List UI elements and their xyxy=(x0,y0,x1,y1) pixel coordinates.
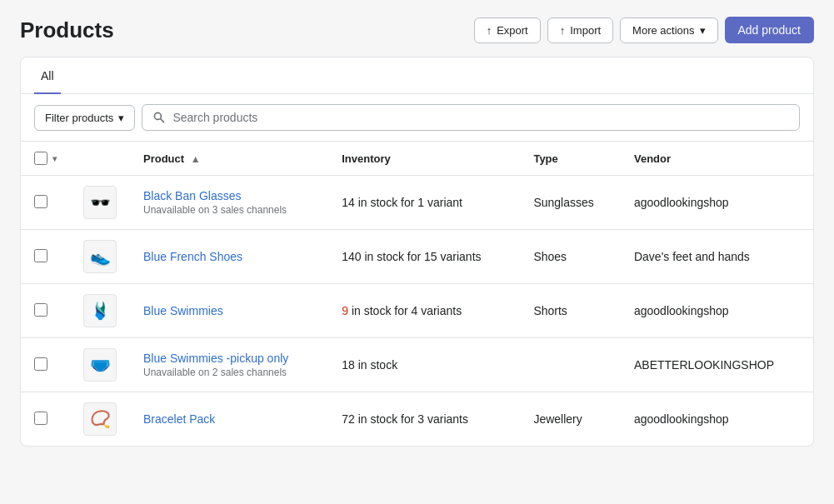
products-table: ▾ Product ▲ Inventory Type Vendor 🕶️Blac… xyxy=(21,142,813,446)
product-vendor: agoodlookingshop xyxy=(621,284,813,338)
product-inventory: 14 in stock for 1 variant xyxy=(328,176,520,230)
product-thumbnail: 🩲 xyxy=(83,348,117,382)
product-inventory: 140 in stock for 15 variants xyxy=(328,230,520,284)
th-image xyxy=(70,142,130,176)
import-icon: ↑ xyxy=(560,24,566,37)
th-inventory: Inventory xyxy=(328,142,520,176)
th-type: Type xyxy=(520,142,621,176)
table-row: 🩲Blue Swimmies -pickup onlyUnavailable o… xyxy=(21,338,813,392)
th-vendor: Vendor xyxy=(621,142,813,176)
filter-products-button[interactable]: Filter products ▾ xyxy=(34,105,135,131)
product-vendor: agoodlookingshop xyxy=(621,392,813,447)
product-name-link[interactable]: Black Ban Glasses xyxy=(143,189,242,202)
row-checkbox[interactable] xyxy=(34,357,47,371)
product-inventory: 9 in stock for 4 variants xyxy=(328,284,520,338)
table-row: 👟Blue French Shoes140 in stock for 15 va… xyxy=(21,230,813,284)
product-type: Shoes xyxy=(520,230,621,284)
filters-row: Filter products ▾ xyxy=(21,94,813,142)
more-actions-label: More actions xyxy=(632,24,694,37)
product-sub: Unavailable on 3 sales channels xyxy=(143,204,315,216)
row-checkbox[interactable] xyxy=(34,195,47,208)
chevron-down-icon: ▾ xyxy=(118,112,124,124)
product-name-link[interactable]: Bracelet Pack xyxy=(143,412,215,426)
product-inventory: 72 in stock for 3 variants xyxy=(328,392,520,447)
select-dropdown-arrow[interactable]: ▾ xyxy=(52,154,57,163)
search-wrapper xyxy=(142,104,800,131)
product-vendor: agoodlookingshop xyxy=(621,176,813,230)
more-actions-button[interactable]: More actions ▾ xyxy=(620,17,717,43)
tab-all[interactable]: All xyxy=(34,57,61,94)
select-all-checkbox[interactable] xyxy=(34,152,47,165)
select-all-checkbox-wrapper: ▾ xyxy=(34,152,57,165)
product-vendor: Dave's feet and hands xyxy=(621,230,813,284)
add-product-button[interactable]: Add product xyxy=(725,17,815,43)
product-thumbnail: 🩱 xyxy=(83,294,117,327)
tabs-row: All xyxy=(21,57,813,94)
search-input[interactable] xyxy=(172,111,789,124)
product-name-link[interactable]: Blue Swimmies xyxy=(143,304,223,317)
table-row: 🩱Blue Swimmies9 in stock for 4 variantsS… xyxy=(21,284,813,338)
row-checkbox[interactable] xyxy=(34,249,47,262)
product-thumbnail: 🕶️ xyxy=(83,186,117,219)
product-sub: Unavailable on 2 sales channels xyxy=(143,367,315,378)
product-vendor: ABETTERLOOKINGSHOP xyxy=(621,338,813,392)
export-label: Export xyxy=(497,24,528,37)
product-name-link[interactable]: Blue Swimmies -pickup only xyxy=(143,352,288,365)
row-checkbox[interactable] xyxy=(34,412,47,425)
th-product[interactable]: Product ▲ xyxy=(130,142,328,176)
filter-label: Filter products xyxy=(45,112,113,124)
import-button[interactable]: ↑ Import xyxy=(547,17,613,43)
product-type: Shorts xyxy=(520,284,621,338)
row-checkbox[interactable] xyxy=(34,303,47,317)
import-label: Import xyxy=(570,24,601,37)
product-thumbnail: 👟 xyxy=(83,240,117,273)
product-name-link[interactable]: Blue French Shoes xyxy=(143,250,242,263)
product-type xyxy=(520,338,621,392)
page-title: Products xyxy=(20,17,114,43)
product-thumbnail: 📿 xyxy=(83,402,117,436)
product-inventory: 18 in stock xyxy=(328,338,520,392)
product-type: Jewellery xyxy=(520,392,621,447)
export-button[interactable]: ↑ Export xyxy=(474,17,541,43)
table-row: 📿Bracelet Pack72 in stock for 3 variants… xyxy=(21,392,813,447)
export-icon: ↑ xyxy=(487,24,492,37)
chevron-down-icon: ▾ xyxy=(700,24,706,37)
table-row: 🕶️Black Ban GlassesUnavailable on 3 sale… xyxy=(21,176,813,230)
sort-icon: ▲ xyxy=(191,153,201,165)
search-icon xyxy=(152,111,166,124)
products-card: All Filter products ▾ xyxy=(20,57,814,447)
product-type: Sunglasses xyxy=(520,176,621,230)
